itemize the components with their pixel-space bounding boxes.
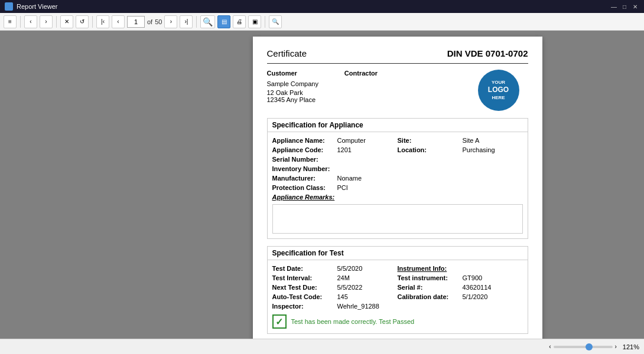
logo-line3: HERE	[492, 95, 505, 101]
appliance-row-5: Manufacturer: Noname	[272, 175, 523, 182]
cert-standard: DIN VDE 0701-0702	[447, 48, 528, 58]
test-passed-text: Test has been made correctly. Test Passe…	[291, 318, 415, 325]
maximize-button[interactable]: □	[620, 2, 629, 11]
zoom-increase-button[interactable]: ›	[615, 343, 617, 350]
forward-button[interactable]: ›	[40, 15, 53, 28]
logo-area: YOUR LOGO HERE	[469, 70, 528, 111]
auto-test-code-label: Auto-Test Code:	[272, 293, 337, 300]
company-logo: YOUR LOGO HERE	[478, 70, 519, 111]
inspector-value: Wehrle_91288	[337, 303, 379, 310]
zoom-thumb[interactable]	[586, 343, 593, 350]
close-doc-button[interactable]: ✕	[60, 15, 73, 28]
site-label: Site:	[398, 137, 463, 144]
page-number-input[interactable]	[127, 16, 145, 28]
zoom-level-label: 121%	[623, 343, 639, 350]
inspector-label: Inspector:	[272, 303, 337, 310]
zoom-decrease-button[interactable]: ‹	[549, 343, 551, 350]
test-passed-checkbox: ✓	[272, 314, 287, 329]
page-separator: of	[147, 18, 152, 25]
appliance-row-1: Appliance Name: Computer Site: Site A	[272, 137, 523, 144]
logo-line1: YOUR	[492, 80, 505, 86]
calibration-date-value: 5/1/2020	[463, 293, 488, 300]
spec-test-body: Test Date: 5/5/2020 Instrument Info: Tes…	[268, 260, 528, 333]
minimize-button[interactable]: —	[610, 2, 618, 11]
spec-test-header: Specification for Test	[268, 247, 528, 260]
separator-3	[92, 16, 93, 28]
cert-label: Certificate	[267, 48, 307, 58]
calibration-date-label: Calibration date:	[398, 293, 463, 300]
title-bar: Report Viewer — □ ✕	[0, 0, 644, 13]
appliance-row-6: Protection Class: PCI	[272, 184, 523, 191]
last-page-button[interactable]: ›|	[180, 15, 193, 28]
print-button[interactable]: 🖨	[233, 15, 246, 28]
customer-section: Customer Contractor Sample Company 12 Oa…	[267, 70, 528, 111]
spec-appliance-section: Specification for Appliance Appliance Na…	[267, 118, 528, 239]
serial-hash-value: 43620114	[463, 284, 492, 291]
right-panel	[632, 31, 644, 339]
test-instrument-value: GT900	[463, 274, 483, 281]
appliance-name-value: Computer	[337, 137, 366, 144]
remarks-row: Appliance Remarks:	[272, 194, 523, 201]
test-interval-value: 24M	[337, 274, 350, 281]
first-page-button[interactable]: |‹	[96, 15, 109, 28]
document-area: Certificate DIN VDE 0701-0702 Customer C…	[162, 31, 632, 339]
test-date-label: Test Date:	[272, 265, 337, 272]
zoom-track[interactable]	[554, 346, 613, 348]
address-line-2: 12345 Any Place	[267, 96, 469, 103]
company-name: Sample Company	[267, 80, 469, 87]
appliance-name-label: Appliance Name:	[272, 137, 337, 144]
logo-line2: LOGO	[488, 86, 509, 95]
appliance-row-4: Inventory Number:	[272, 165, 523, 172]
left-panel	[0, 31, 162, 339]
appliance-code-value: 1201	[337, 146, 352, 153]
manufacturer-value: Noname	[337, 175, 362, 182]
test-row-5: Inspector: Wehrle_91288	[272, 303, 523, 310]
prev-page-button[interactable]: ‹	[112, 15, 125, 28]
spec-appliance-header: Specification for Appliance	[268, 119, 528, 132]
manufacturer-label: Manufacturer:	[272, 175, 337, 182]
close-button[interactable]: ✕	[631, 2, 639, 11]
inventory-number-label: Inventory Number:	[272, 165, 337, 172]
zoom-in-button[interactable]: 🔍	[200, 15, 215, 28]
next-page-button[interactable]: ›	[164, 15, 177, 28]
auto-test-code-value: 145	[337, 293, 348, 300]
remarks-label: Appliance Remarks:	[272, 194, 337, 201]
zoom-bar: ‹ › 121%	[549, 343, 639, 350]
test-row-4: Auto-Test Code: 145 Calibration date: 5/…	[272, 293, 523, 300]
separator-1	[20, 16, 21, 28]
protection-class-value: PCI	[337, 184, 348, 191]
app-title: Report Viewer	[17, 3, 58, 10]
test-passed-row: ✓ Test has been made correctly. Test Pas…	[272, 314, 523, 329]
toolbar: ≡ ‹ › ✕ ↺ |‹ ‹ of 50 › ›| 🔍 ▤ 🖨 ▣ 🔍	[0, 13, 644, 31]
test-interval-label: Test Interval:	[272, 274, 337, 281]
address-line-1: 12 Oak Park	[267, 89, 469, 96]
page-total: 50	[155, 18, 162, 25]
main-area: Certificate DIN VDE 0701-0702 Customer C…	[0, 31, 644, 339]
spec-test-section: Specification for Test Test Date: 5/5/20…	[267, 246, 528, 334]
test-row-1: Test Date: 5/5/2020 Instrument Info:	[272, 265, 523, 272]
back-button[interactable]: ‹	[24, 15, 37, 28]
instrument-info-link[interactable]: Instrument Info:	[398, 265, 447, 272]
menu-button[interactable]: ≡	[4, 15, 17, 28]
location-label: Location:	[398, 146, 463, 153]
window-controls: — □ ✕	[610, 2, 639, 11]
test-instrument-label: Test instrument:	[398, 274, 463, 281]
view-mode-button[interactable]: ▤	[217, 15, 230, 28]
next-test-due-label: Next Test Due:	[272, 284, 337, 291]
page-setup-button[interactable]: ▣	[248, 15, 261, 28]
contractor-label: Contractor	[344, 70, 378, 77]
serial-hash-label: Serial #:	[398, 284, 463, 291]
site-value: Site A	[463, 137, 480, 144]
remarks-box	[272, 204, 523, 234]
refresh-button[interactable]: ↺	[76, 15, 89, 28]
spec-appliance-body: Appliance Name: Computer Site: Site A Ap…	[268, 132, 528, 238]
app-icon	[5, 2, 13, 11]
customer-label: Customer	[267, 70, 297, 77]
appliance-code-label: Appliance Code:	[272, 146, 337, 153]
check-mark-icon: ✓	[275, 316, 283, 327]
appliance-row-2: Appliance Code: 1201 Location: Purchasin…	[272, 146, 523, 153]
search-button[interactable]: 🔍	[269, 15, 282, 28]
next-test-due-value: 5/5/2022	[337, 284, 363, 291]
test-date-value: 5/5/2020	[337, 265, 363, 272]
test-row-3: Next Test Due: 5/5/2022 Serial #: 436201…	[272, 284, 523, 291]
